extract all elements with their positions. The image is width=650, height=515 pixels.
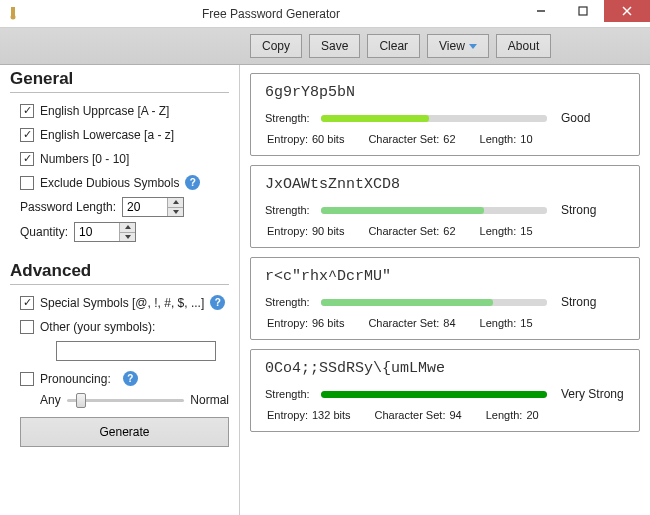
uppercase-label: English Upprcase [A - Z] [40,104,169,118]
titlebar: Free Password Generator [0,0,650,28]
pronouncing-label: Pronouncing: [40,372,111,386]
length-metric: Length:15 [480,225,533,237]
svg-rect-3 [579,7,587,15]
pronouncing-checkbox[interactable] [20,372,34,386]
password-text[interactable]: 6g9rY8p5bN [265,84,625,101]
chevron-down-icon [469,44,477,49]
clear-button[interactable]: Clear [367,34,420,58]
results-panel: 6g9rY8p5bNStrength:GoodEntropy:60 bitsCh… [240,65,650,515]
about-button[interactable]: About [496,34,551,58]
copy-button[interactable]: Copy [250,34,302,58]
charset-metric: Character Set:62 [368,225,455,237]
minimize-button[interactable] [520,0,562,22]
pronouncing-slider[interactable] [67,399,185,402]
exclude-dubious-label: Exclude Dubious Symbols [40,176,179,190]
settings-sidebar: General English Upprcase [A - Z] English… [0,65,240,515]
window-title: Free Password Generator [22,7,520,21]
slider-normal-label: Normal [190,393,229,407]
special-symbols-checkbox[interactable] [20,296,34,310]
strength-label: Strength: [265,296,313,308]
slider-thumb[interactable] [76,393,86,408]
entropy-metric: Entropy:96 bits [267,317,344,329]
svg-point-1 [11,14,16,19]
lowercase-label: English Lowercase [a - z] [40,128,174,142]
strength-label: Strength: [265,388,313,400]
strength-bar [321,115,547,122]
length-metric: Length:15 [480,317,533,329]
entropy-metric: Entropy:60 bits [267,133,344,145]
password-text[interactable]: JxOAWtsZnntXCD8 [265,176,625,193]
view-button[interactable]: View [427,34,489,58]
pwlen-label: Password Length: [20,200,116,214]
lowercase-checkbox[interactable] [20,128,34,142]
save-button[interactable]: Save [309,34,360,58]
password-length-input[interactable] [123,198,167,216]
stepper-up[interactable] [120,223,135,233]
stepper-up[interactable] [168,198,183,208]
strength-label: Strength: [265,112,313,124]
stepper-down[interactable] [120,233,135,242]
strength-verdict: Strong [555,295,625,309]
strength-label: Strength: [265,204,313,216]
special-symbols-label: Special Symbols [@, !, #, $, ...] [40,296,204,310]
password-text[interactable]: 0Co4;;SSdRSy\{umLMwe [265,360,625,377]
strength-verdict: Good [555,111,625,125]
other-symbols-input[interactable] [56,341,216,361]
numbers-checkbox[interactable] [20,152,34,166]
numbers-label: Numbers [0 - 10] [40,152,129,166]
toolbar: Copy Save Clear View About [0,28,650,65]
strength-bar [321,207,547,214]
maximize-button[interactable] [562,0,604,22]
charset-metric: Character Set:84 [368,317,455,329]
other-symbols-checkbox[interactable] [20,320,34,334]
advanced-heading: Advanced [10,261,229,285]
stepper-down[interactable] [168,208,183,217]
strength-bar [321,299,547,306]
quantity-label: Quantity: [20,225,68,239]
password-card: 0Co4;;SSdRSy\{umLMweStrength:Very Strong… [250,349,640,432]
help-icon[interactable]: ? [210,295,225,310]
length-metric: Length:10 [480,133,533,145]
password-card: r<c"rhx^DcrMU"Strength:StrongEntropy:96 … [250,257,640,340]
general-heading: General [10,69,229,93]
password-length-stepper[interactable] [122,197,184,217]
length-metric: Length:20 [486,409,539,421]
exclude-dubious-checkbox[interactable] [20,176,34,190]
charset-metric: Character Set:62 [368,133,455,145]
strength-verdict: Strong [555,203,625,217]
app-icon [6,6,22,22]
strength-verdict: Very Strong [555,387,625,401]
quantity-input[interactable] [75,223,119,241]
entropy-metric: Entropy:90 bits [267,225,344,237]
other-symbols-label: Other (your symbols): [40,320,155,334]
close-button[interactable] [604,0,650,22]
uppercase-checkbox[interactable] [20,104,34,118]
password-text[interactable]: r<c"rhx^DcrMU" [265,268,625,285]
strength-bar [321,391,547,398]
charset-metric: Character Set:94 [375,409,462,421]
slider-any-label: Any [40,393,61,407]
password-card: JxOAWtsZnntXCD8Strength:StrongEntropy:90… [250,165,640,248]
generate-button[interactable]: Generate [20,417,229,447]
password-card: 6g9rY8p5bNStrength:GoodEntropy:60 bitsCh… [250,73,640,156]
help-icon[interactable]: ? [185,175,200,190]
quantity-stepper[interactable] [74,222,136,242]
help-icon[interactable]: ? [123,371,138,386]
entropy-metric: Entropy:132 bits [267,409,351,421]
